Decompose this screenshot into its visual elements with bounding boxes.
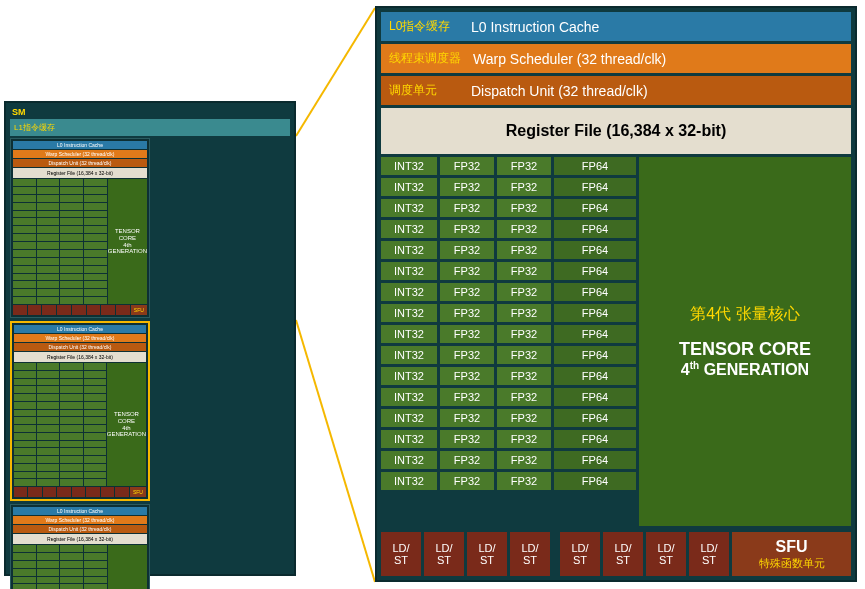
q-ldst-unit xyxy=(57,305,71,315)
q-core-cell xyxy=(37,281,60,288)
q-core-cell xyxy=(84,417,106,424)
zoom-col-int32: INT32INT32INT32INT32INT32INT32INT32INT32… xyxy=(381,157,437,526)
q-core-cell xyxy=(84,425,106,432)
q-core-cell xyxy=(60,274,83,281)
zoom-ldst-unit: LD/ST xyxy=(603,532,643,576)
q-core-cell xyxy=(84,553,107,560)
q-ldst-unit xyxy=(116,305,130,315)
q-core-cell xyxy=(84,281,107,288)
q-ldst-unit xyxy=(115,487,128,497)
q-core-cell xyxy=(13,289,36,296)
q-core-cell xyxy=(84,402,106,409)
q-core-cell xyxy=(60,226,83,233)
q-core-cell xyxy=(60,363,82,370)
q-core-cell xyxy=(14,433,36,440)
q-core-cell xyxy=(84,242,107,249)
q-core-cell xyxy=(14,379,36,386)
q-core-cell xyxy=(84,234,107,241)
q-core-cell xyxy=(60,410,82,417)
q-core-cell xyxy=(60,386,82,393)
q-core-cell xyxy=(13,234,36,241)
q-core-cell xyxy=(60,289,83,296)
q-core-cell xyxy=(60,179,83,186)
q-ldst-unit xyxy=(72,487,85,497)
q-core-cell xyxy=(60,218,83,225)
zoom-core-cell: INT32 xyxy=(381,157,437,175)
zoom-ldst-unit: LD/ST xyxy=(689,532,729,576)
zoom-core-cell: INT32 xyxy=(381,325,437,343)
q-core-cell xyxy=(37,394,59,401)
zoom-core-cell: FP64 xyxy=(554,304,636,322)
zoom-core-cell: FP32 xyxy=(440,304,494,322)
q-core-cell xyxy=(60,203,83,210)
q-core-cell xyxy=(84,410,106,417)
zoom-ldst-unit: LD/ST xyxy=(510,532,550,576)
q-core-cell xyxy=(14,456,36,463)
zoom-core-cell: FP32 xyxy=(497,346,551,364)
q-core-cell xyxy=(60,195,83,202)
q-core-col xyxy=(13,545,36,589)
q-core-cell xyxy=(60,187,83,194)
zoom-core-cell: FP64 xyxy=(554,367,636,385)
q-core-cell xyxy=(37,187,60,194)
q-core-cell xyxy=(37,242,60,249)
q-core-cell xyxy=(37,545,60,552)
q-core-cell xyxy=(84,472,106,479)
zoom-ldst-unit: LD/ST xyxy=(560,532,600,576)
zoom-core-cell: FP32 xyxy=(497,325,551,343)
q-core-cell xyxy=(60,266,83,273)
q-core-cell xyxy=(84,187,107,194)
zoom-warp-en: Warp Scheduler (32 thread/clk) xyxy=(473,51,666,67)
q-core-cell xyxy=(84,433,106,440)
q-core-col xyxy=(60,363,82,486)
zoom-quadrant: L0指令缓存 L0 Instruction Cache 线程束调度器 Warp … xyxy=(375,6,857,582)
zoom-ldst-row: LD/STLD/STLD/STLD/STLD/STLD/STLD/STLD/ST… xyxy=(381,532,851,576)
zoom-core-cell: INT32 xyxy=(381,178,437,196)
zoom-core-cell: INT32 xyxy=(381,409,437,427)
zoom-core-cell: INT32 xyxy=(381,304,437,322)
q-regfile: Register File (16,384 x 32-bit) xyxy=(13,534,147,544)
zoom-core-cell: INT32 xyxy=(381,346,437,364)
q-core-cell xyxy=(13,203,36,210)
q-core-cell xyxy=(84,569,107,576)
sm-block: SM L1指令缓存 L0 Instruction CacheWarp Sched… xyxy=(4,101,296,576)
q-core-cell xyxy=(13,281,36,288)
zoom-core-cell: FP32 xyxy=(497,304,551,322)
zoom-core-cell: FP64 xyxy=(554,409,636,427)
zoom-core-cell: FP64 xyxy=(554,157,636,175)
svg-line-1 xyxy=(296,320,375,582)
q-core-cell xyxy=(84,386,106,393)
zoom-core-cell: FP32 xyxy=(497,451,551,469)
q-core-cell xyxy=(60,250,83,257)
zoom-tensor-en2: 4th GENERATION xyxy=(681,360,809,379)
q-core-cell xyxy=(84,289,107,296)
q-core-cell xyxy=(84,250,107,257)
q-ldst-unit xyxy=(86,487,99,497)
zoom-core-cell: FP64 xyxy=(554,262,636,280)
zoom-core-cell: FP32 xyxy=(440,346,494,364)
q-core-cell xyxy=(13,577,36,584)
q-ldst-unit xyxy=(28,487,41,497)
q-ldst-unit xyxy=(43,487,56,497)
q-core-cell xyxy=(37,569,60,576)
zoom-core-cell: FP32 xyxy=(440,283,494,301)
q-core-cell xyxy=(14,410,36,417)
q-core-cell xyxy=(14,464,36,471)
zoom-tensor-core: 第4代 张量核心 TENSOR CORE 4th GENERATION xyxy=(639,157,851,526)
q-ldst-unit xyxy=(87,305,101,315)
zoom-l0-cn: L0指令缓存 xyxy=(389,18,459,35)
q-core-cell xyxy=(37,584,60,589)
q-core-cell xyxy=(37,448,59,455)
zoom-core-cell: FP32 xyxy=(440,262,494,280)
q-core-cell xyxy=(13,297,36,304)
q-core-cell xyxy=(37,218,60,225)
q-core-cell xyxy=(84,226,107,233)
q-core-cell xyxy=(60,553,83,560)
q-core-cell xyxy=(60,371,82,378)
q-warp-bar: Warp Scheduler (32 thread/clk) xyxy=(14,334,146,342)
q-core-cell xyxy=(37,211,60,218)
zoom-core-cell: FP64 xyxy=(554,472,636,490)
q-core-cell xyxy=(37,561,60,568)
q-core-cell xyxy=(84,448,106,455)
zoom-dispatch-en: Dispatch Unit (32 thread/clk) xyxy=(471,83,648,99)
